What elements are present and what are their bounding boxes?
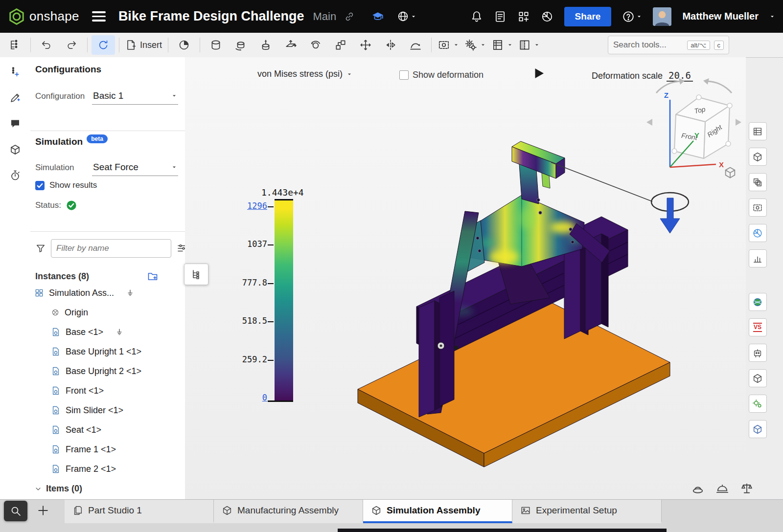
render-app-button[interactable] <box>749 293 767 311</box>
language-menu[interactable] <box>397 10 416 22</box>
tree-item[interactable]: Frame 2 <1> <box>30 459 185 479</box>
search-tabs-button[interactable] <box>4 501 27 521</box>
isometric-cube-button[interactable] <box>723 166 737 181</box>
comments-button[interactable] <box>5 114 25 133</box>
tree-item[interactable]: Seat <1> <box>30 420 185 440</box>
mirror-button[interactable] <box>379 35 402 55</box>
configuration-dropdown[interactable]: Basic 1 <box>92 88 178 105</box>
workspace-label[interactable]: Main <box>313 10 337 23</box>
settings-menu[interactable] <box>462 35 488 55</box>
tree-item[interactable]: Front <1> <box>30 381 185 400</box>
named-views-menu[interactable] <box>436 35 461 55</box>
caret-down-icon <box>534 42 540 48</box>
edit-button[interactable] <box>5 88 25 108</box>
legend-lower-bound[interactable]: 0 <box>226 393 267 402</box>
simulation-dropdown[interactable]: Seat Force <box>92 159 178 176</box>
search-tools[interactable]: Search tools... alt/⌥ c <box>608 36 729 54</box>
mate-button[interactable] <box>204 35 228 55</box>
part-icon <box>51 386 61 396</box>
tasks-icon[interactable] <box>494 10 507 23</box>
app-grid-icon[interactable] <box>517 10 530 23</box>
slider-mate-button[interactable] <box>254 35 277 55</box>
tree-item[interactable]: Origin <box>30 303 185 322</box>
share-button[interactable]: Share <box>564 7 612 26</box>
move-button[interactable] <box>354 35 377 55</box>
labs-icon[interactable] <box>541 10 553 23</box>
snapshot-button[interactable] <box>404 35 427 55</box>
cube-app-button[interactable] <box>749 420 767 438</box>
play-simulation-button[interactable] <box>531 66 546 83</box>
gear-app-button[interactable] <box>749 395 767 413</box>
notifications-icon[interactable] <box>470 10 483 23</box>
mate-connector-button[interactable] <box>5 62 25 82</box>
layers-panel-button[interactable] <box>749 173 767 191</box>
section-menu[interactable] <box>516 35 542 55</box>
interference-button[interactable] <box>5 140 25 159</box>
user-caret-icon[interactable] <box>769 14 775 20</box>
robot-app-button[interactable] <box>749 344 767 362</box>
sync-button[interactable] <box>92 35 115 55</box>
cad-app-button[interactable] <box>749 369 767 387</box>
user-name[interactable]: Matthew Mueller <box>682 11 759 22</box>
filter-icon[interactable] <box>35 243 46 254</box>
network-icon[interactable] <box>715 482 729 495</box>
part-icon <box>51 327 61 337</box>
mass-properties-button[interactable] <box>172 35 196 55</box>
graphics-viewport[interactable]: von Mises stress (psi) Show deformation … <box>185 57 746 500</box>
units-scale-icon[interactable] <box>740 482 754 495</box>
redo-button[interactable] <box>60 35 83 55</box>
status-label: Status: <box>35 200 61 210</box>
structure-flyout-button[interactable] <box>184 264 208 285</box>
3d-mouse-icon[interactable] <box>691 482 705 495</box>
show-results-checkbox[interactable]: Show results <box>35 180 178 190</box>
legend-tick: 777.8 <box>226 278 267 288</box>
left-icon-strip <box>0 57 31 500</box>
insert-button[interactable]: Insert <box>123 35 164 55</box>
tree-item[interactable]: Base Upright 1 <1> <box>30 342 185 361</box>
hamburger-icon[interactable] <box>92 11 106 22</box>
items-section[interactable]: Items (0) <box>34 484 82 494</box>
tree-item[interactable]: Simulation Ass... <box>30 283 185 303</box>
legend-upper-bound[interactable]: 1296 <box>226 201 267 211</box>
tab-manufacturing-assembly[interactable]: Manufacturing Assembly <box>214 500 363 523</box>
learning-icon[interactable] <box>371 10 384 23</box>
avatar[interactable] <box>653 7 671 26</box>
named-view-icon <box>752 202 763 213</box>
link-icon[interactable] <box>344 11 355 22</box>
stress-dropdown[interactable]: von Mises stress (psi) <box>257 69 352 79</box>
appearance-panel-button[interactable] <box>749 224 767 242</box>
filter-input[interactable] <box>51 239 171 258</box>
undo-button[interactable] <box>35 35 58 55</box>
show-deformation-checkbox[interactable]: Show deformation <box>399 70 484 80</box>
vs-app-button[interactable]: VS <box>749 318 767 336</box>
cube-question-icon <box>752 373 763 384</box>
tree-item-label: Seat <1> <box>66 425 101 435</box>
replicate-button[interactable] <box>329 35 352 55</box>
tab-experimental-setup[interactable]: Experimental Setup <box>512 500 662 523</box>
structure-panel-button[interactable] <box>749 148 767 166</box>
results-panel-button[interactable] <box>749 249 767 267</box>
ball-mate-button[interactable] <box>304 35 327 55</box>
show-results-label: Show results <box>49 180 97 190</box>
bom-menu[interactable] <box>489 35 515 55</box>
tree-item[interactable]: Sim Slider <1> <box>30 400 185 420</box>
tree-item[interactable]: Base <1> <box>30 322 185 342</box>
planar-mate-button[interactable] <box>279 35 302 55</box>
simulation-title: Simulationbeta <box>35 136 108 147</box>
views-panel-button[interactable] <box>749 199 767 217</box>
history-button[interactable] <box>5 166 25 185</box>
onshape-logo[interactable]: onshape <box>8 8 79 25</box>
tab-simulation-assembly[interactable]: Simulation Assembly <box>363 500 512 523</box>
part-icon <box>51 425 61 435</box>
caret-down-icon <box>171 93 177 99</box>
add-to-folder-icon[interactable] <box>147 270 159 282</box>
revolute-mate-button[interactable] <box>229 35 253 55</box>
tree-item-label: Frame 2 <1> <box>66 464 116 474</box>
tree-item[interactable]: Frame 1 <1> <box>30 440 185 459</box>
help-menu[interactable] <box>622 10 642 23</box>
bom-panel-button[interactable] <box>749 122 767 140</box>
add-tab-button[interactable] <box>36 504 50 519</box>
assembly-structure-icon[interactable] <box>3 35 26 55</box>
tab-part-studio-1[interactable]: Part Studio 1 <box>65 500 214 523</box>
tree-item[interactable]: Base Upright 2 <1> <box>30 361 185 381</box>
